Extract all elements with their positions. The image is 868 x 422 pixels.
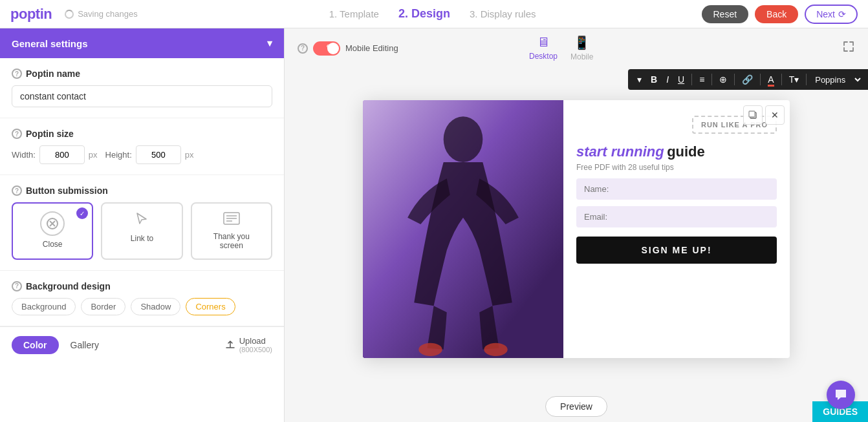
gallery-tab-button[interactable]: Gallery [65,336,104,354]
italic-button[interactable]: I [662,72,673,87]
button-submission-section: ? Button submission ✓ Close Link [0,175,284,271]
form-icon [222,211,241,228]
chat-icon [834,388,848,402]
width-group: Width: px [12,145,98,164]
canvas-bottom: Preview [285,391,868,422]
bg-tab-background[interactable]: Background [12,298,76,315]
upload-sub-label: (800X500) [239,346,272,353]
btn-option-close[interactable]: ✓ Close [12,202,93,260]
width-label: Width: [12,150,36,160]
popup-email-field[interactable] [576,206,777,227]
height-label: Height: [105,150,132,160]
close-x-icon: ✕ [771,110,779,120]
bg-tab-shadow[interactable]: Shadow [131,298,180,315]
toolbar-separator-4 [760,74,761,85]
mobile-editing-label: Mobile Editing [345,43,398,53]
panel-header-label: General settings [12,38,88,49]
toolbar-separator-5 [781,74,782,85]
popup-title-italic: start running [576,143,664,160]
preview-button[interactable]: Preview [545,396,607,417]
panel-header[interactable]: General settings ▾ [0,28,284,58]
link-to-option-label: Link to [131,234,153,243]
step-template[interactable]: 1. Template [329,8,379,19]
help-icon[interactable]: ? [12,69,22,79]
chat-bubble[interactable] [827,381,855,409]
next-button[interactable]: Next ⟳ [805,5,858,24]
btn-options: ✓ Close Link to [12,202,272,260]
saving-label: Saving changes [78,9,138,19]
text-format-dropdown[interactable]: ▾ [633,72,646,87]
toolbar-separator-3 [734,74,735,85]
poptin-name-input[interactable] [12,85,272,107]
left-panel: General settings ▾ ? Poptin name ? Popti… [0,28,285,422]
upload-label: Upload [239,336,272,346]
popup-overlay-buttons: ✕ [743,105,785,125]
btn-option-thank-you[interactable]: Thank youscreen [191,202,272,260]
expand-button[interactable] [842,40,855,56]
toolbar-separator-6 [806,74,807,85]
device-options: 🖥 Desktop 📱 Mobile [529,35,593,61]
bg-tab-corners[interactable]: Corners [186,298,235,315]
close-popup-button[interactable]: ✕ [765,105,785,125]
bold-button[interactable]: B [647,72,661,87]
desktop-icon: 🖥 [537,35,550,50]
copy-popup-button[interactable] [743,105,763,125]
color-button[interactable]: A [764,72,777,87]
main-layout: General settings ▾ ? Poptin name ? Popti… [0,28,868,422]
desktop-button[interactable]: 🖥 Desktop [529,35,558,61]
height-input[interactable] [136,145,181,164]
popup-cta-button[interactable]: SIGN ME UP! [576,237,777,264]
close-circle-icon [40,211,65,236]
poptin-name-label: ? Poptin name [12,69,272,79]
top-navigation: poptin Saving changes 1. Template 2. Des… [0,0,868,28]
image-silhouette [363,100,563,358]
step-display-rules[interactable]: 3. Display rules [470,8,536,19]
spinner-icon [65,10,74,19]
nav-steps: 1. Template 2. Design 3. Display rules [164,7,702,21]
athlete-svg [363,100,563,358]
help-icon-size[interactable]: ? [12,129,22,139]
font-size-button[interactable]: T▾ [785,72,803,87]
popup-title-bold: guide [667,143,705,160]
width-input[interactable] [39,145,85,164]
right-canvas: ? OFF Mobile Editing 🖥 Desktop 📱 Mobile [285,28,868,422]
reset-button[interactable]: Reset [702,5,749,23]
chevron-down-icon: ▾ [267,37,272,49]
help-icon-bg[interactable]: ? [12,281,22,291]
popup-title-area: start running guide Free PDF with 28 use… [576,143,777,172]
svg-point-8 [444,116,483,162]
expand-icon [842,40,855,53]
next-spinner-icon: ⟳ [838,9,846,19]
mobile-toggle[interactable]: OFF [313,41,340,56]
back-button[interactable]: Back [755,5,798,23]
mobile-button[interactable]: 📱 Mobile [570,35,593,61]
background-design-label: ? Background design [12,281,272,291]
upload-button[interactable]: Upload (800X500) [225,336,272,353]
bottom-bar: Color Gallery Upload (800X500) [0,326,284,361]
upload-icon [225,340,235,350]
step-design[interactable]: 2. Design [398,7,450,21]
center-button[interactable]: ⊕ [715,72,731,87]
canvas-toolbar: ? OFF Mobile Editing 🖥 Desktop 📱 Mobile [285,28,868,68]
button-submission-label: ? Button submission [12,185,272,196]
font-dropdown-btn[interactable]: ▾ [864,72,868,87]
font-family-select[interactable]: Poppins Arial Helvetica [810,73,863,87]
popup-container: ▾ B I U ≡ ⊕ 🔗 A T▾ Poppins [285,68,868,391]
text-formatting-toolbar: ▾ B I U ≡ ⊕ 🔗 A T▾ Poppins [628,69,868,90]
link-button[interactable]: 🔗 [738,72,757,87]
help-icon-btn[interactable]: ? [12,185,22,196]
toolbar-separator-2 [711,74,712,85]
close-option-label: Close [43,240,63,249]
popup-name-field[interactable] [576,178,777,200]
desktop-label: Desktop [529,52,558,61]
poptin-size-section: ? Poptin size Width: px Height: px [0,118,284,175]
popup-title: start running guide [576,143,777,160]
mobile-label: Mobile [570,52,593,61]
bg-tab-border[interactable]: Border [81,298,125,315]
btn-option-link-to[interactable]: Link to [101,202,182,260]
align-button[interactable]: ≡ [695,72,708,87]
help-icon-mobile[interactable]: ? [298,43,308,54]
cursor-icon [134,211,149,230]
color-tab-button[interactable]: Color [12,336,59,354]
underline-button[interactable]: U [674,72,688,87]
